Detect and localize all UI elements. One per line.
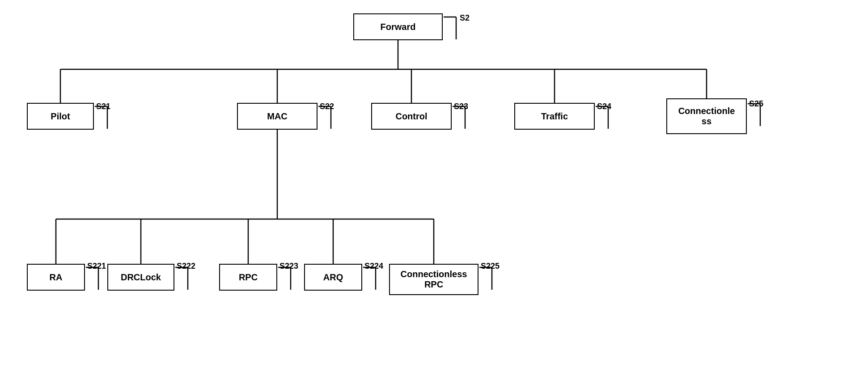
node-traffic: Traffic <box>514 103 595 130</box>
label-s24: S24 <box>597 102 611 111</box>
node-control: Control <box>371 103 452 130</box>
node-mac: MAC <box>237 103 318 130</box>
label-s221: S221 <box>87 262 106 271</box>
connection-lines <box>0 0 868 376</box>
label-s22: S22 <box>320 102 334 111</box>
node-connectionless: Connectionle ss <box>666 98 747 134</box>
label-s224: S224 <box>364 262 383 271</box>
node-drclock: DRCLock <box>107 264 174 291</box>
node-rpc: RPC <box>219 264 277 291</box>
label-s23: S23 <box>454 102 468 111</box>
label-s25: S25 <box>749 99 763 109</box>
label-s223: S223 <box>279 262 298 271</box>
label-s225: S225 <box>481 262 500 271</box>
label-s2: S2 <box>460 13 470 23</box>
node-forward: Forward <box>353 13 443 40</box>
label-s222: S222 <box>177 262 195 271</box>
label-s21: S21 <box>96 102 110 111</box>
node-connectionless-rpc: Connectionless RPC <box>389 264 478 295</box>
node-ra: RA <box>27 264 85 291</box>
node-arq: ARQ <box>304 264 362 291</box>
node-pilot: Pilot <box>27 103 94 130</box>
diagram-container: Forward S2 Pilot S21 MAC S22 Control S23… <box>0 0 868 376</box>
